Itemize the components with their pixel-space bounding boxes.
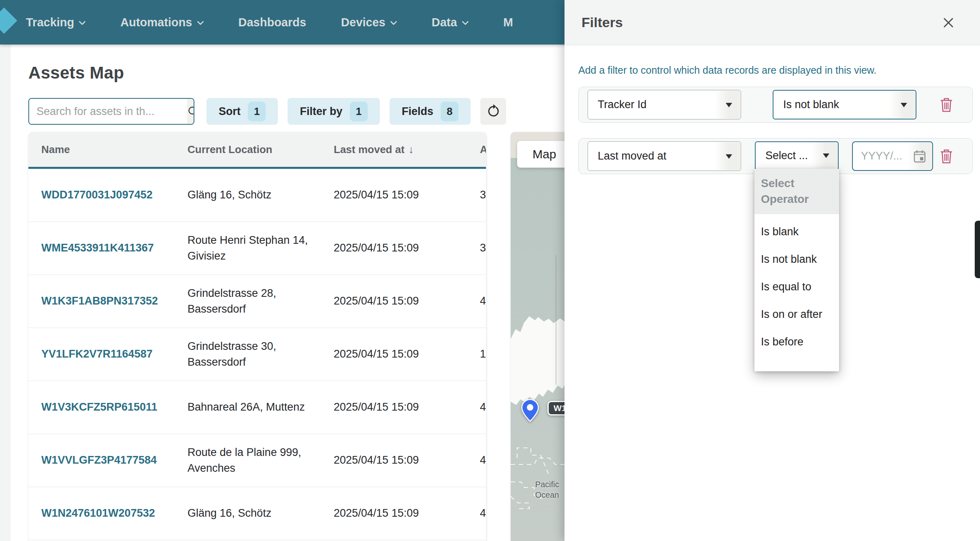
nav-item[interactable]: Automations [120, 16, 203, 29]
field-select-1[interactable]: Tracker Id [588, 90, 741, 119]
chevron-down-icon [197, 21, 204, 25]
drawer-description: Add a filter to control which data recor… [578, 64, 973, 76]
filter-by-button[interactable]: Filter by 1 [288, 98, 380, 125]
search-box [28, 98, 194, 125]
search-button[interactable] [187, 99, 194, 124]
asset-location-cell: Route de la Plaine 999, Avenches [187, 445, 334, 476]
asset-moved-cell: 2025/04/15 15:09 [334, 346, 480, 362]
asset-moved-cell: 2025/04/15 15:09 [334, 187, 480, 203]
chevron-down-icon [462, 21, 469, 25]
caret-down-icon [901, 103, 907, 107]
operator-dropdown-header: Select Operator [754, 169, 839, 214]
chevron-down-icon [79, 21, 85, 25]
close-icon [942, 17, 954, 29]
table-row: YV1LFK2V7R1164587 Grindelstrasse 30, Bas… [28, 328, 486, 381]
table-row: W1V3KCFZ5RP615011 Bahnareal 26A, Muttenz… [28, 381, 486, 434]
asset-moved-cell: 2025/04/15 15:09 [334, 240, 480, 256]
asset-moved-cell: 2025/04/15 15:09 [334, 399, 480, 415]
nav-item[interactable]: Devices [341, 16, 397, 29]
asset-location-cell: Grindelstrasse 30, Bassersdorf [187, 339, 334, 370]
landmass-shape [511, 316, 571, 405]
map-tab-label: Map [517, 141, 571, 168]
refresh-icon [486, 104, 501, 119]
asset-location-cell: Gläng 16, Schötz [187, 187, 334, 203]
nav-item-label: Devices [341, 16, 386, 29]
nav-item[interactable]: Data [432, 16, 469, 29]
filters-drawer: Filters Add a filter to control which da… [565, 0, 980, 541]
nav-item-label: Tracking [26, 16, 74, 29]
nav-item-label: Dashboards [239, 16, 307, 29]
column-header-moved[interactable]: Last moved at ↓ [334, 143, 480, 156]
assets-table: Name Current Location Last moved at ↓ A … [28, 132, 486, 541]
operator-select-1[interactable]: Is not blank [773, 90, 916, 119]
sort-count-badge: 1 [248, 102, 266, 121]
asset-extra-cell: 3 [480, 187, 486, 203]
filter-by-button-label: Filter by [300, 105, 342, 118]
nav-item[interactable]: Dashboards [239, 16, 307, 29]
column-header-location[interactable]: Current Location [187, 143, 334, 156]
operator-option[interactable]: Is not blank [754, 252, 839, 266]
asset-name-link[interactable]: WDD1770031J097452 [41, 189, 153, 201]
sort-button[interactable]: Sort 1 [207, 98, 278, 125]
fields-button[interactable]: Fields 8 [390, 98, 471, 125]
table-row: W1K3F1AB8PN317352 Grindelstrasse 28, Bas… [28, 275, 486, 328]
nav-item-label: Data [432, 16, 457, 29]
operator-select-2[interactable]: Select ... [755, 141, 839, 171]
page-scrollbar-thumb[interactable] [975, 221, 980, 278]
nav-item[interactable]: Tracking [26, 16, 85, 29]
chevron-down-icon [390, 21, 397, 25]
fields-count-badge: 8 [441, 102, 458, 121]
trash-icon [940, 97, 953, 113]
map-pin-icon[interactable] [521, 399, 539, 422]
table-row: WME4533911K411367 Route Henri Stephan 14… [28, 222, 486, 275]
operator-option[interactable]: Is equal to [754, 280, 839, 294]
search-input[interactable] [29, 99, 187, 124]
table-body: WDD1770031J097452 Gläng 16, Schötz 2025/… [28, 169, 486, 540]
drawer-header: Filters [565, 0, 980, 45]
asset-extra-cell: 3 [480, 240, 486, 256]
asset-name-link[interactable]: W1N2476101W207532 [41, 507, 155, 519]
trash-icon [940, 149, 953, 164]
filter-row-1: Tracker Id Is not blank [578, 87, 973, 123]
asset-extra-cell: 1. [480, 346, 486, 362]
asset-name-link[interactable]: W1V3KCFZ5RP615011 [41, 401, 158, 413]
column-header-extra[interactable]: A [480, 143, 486, 156]
asset-extra-cell: 4 [480, 452, 486, 468]
asset-location-cell: Bahnareal 26A, Muttenz [187, 399, 334, 415]
asset-extra-cell: 4 [480, 399, 486, 415]
operator-option[interactable]: Is on or after [754, 307, 839, 321]
operator-dropdown-menu: Select Operator Is blank Is not blank Is… [754, 169, 839, 371]
operator-options-list: Is blank Is not blank Is equal to Is on … [754, 225, 839, 349]
asset-moved-cell: 2025/04/15 15:09 [334, 505, 480, 521]
operator-option[interactable]: Is blank [754, 225, 839, 239]
delete-filter-button-1[interactable] [937, 95, 955, 115]
calendar-icon [913, 149, 927, 164]
close-button[interactable] [940, 14, 957, 32]
date-input[interactable]: YYYY/... [852, 141, 933, 171]
asset-extra-cell: 4 [480, 505, 486, 521]
asset-location-cell: Gläng 16, Schötz [187, 505, 334, 521]
delete-filter-button-2[interactable] [937, 147, 955, 166]
table-header-row: Name Current Location Last moved at ↓ A [28, 132, 486, 169]
asset-name-link[interactable]: W1K3F1AB8PN317352 [41, 295, 158, 307]
asset-name-link[interactable]: YV1LFK2V7R1164587 [41, 348, 153, 360]
caret-down-icon [726, 103, 732, 107]
table-row: WDD1770031J097452 Gläng 16, Schötz 2025/… [28, 169, 486, 222]
drawer-body: Add a filter to control which data recor… [565, 45, 980, 174]
asset-location-cell: Route Henri Stephan 14, Givisiez [187, 232, 334, 264]
asset-name-link[interactable]: WME4533911K411367 [41, 242, 154, 254]
asset-extra-cell: 4 [480, 293, 486, 309]
refresh-button[interactable] [480, 98, 506, 125]
field-select-2[interactable]: Last moved at [588, 141, 741, 171]
drawer-title: Filters [582, 15, 940, 30]
sort-button-label: Sort [219, 105, 241, 118]
asset-name-link[interactable]: W1VVLGFZ3P4177584 [41, 454, 157, 466]
operator-option[interactable]: Is before [754, 335, 839, 349]
sort-desc-icon: ↓ [409, 143, 414, 156]
filter-by-count-badge: 1 [350, 102, 368, 121]
column-header-name[interactable]: Name [28, 143, 187, 156]
fields-button-label: Fields [402, 105, 433, 118]
search-icon [187, 105, 194, 117]
nav-item[interactable]: M [503, 16, 513, 29]
nav-item-label: Automations [120, 16, 192, 29]
